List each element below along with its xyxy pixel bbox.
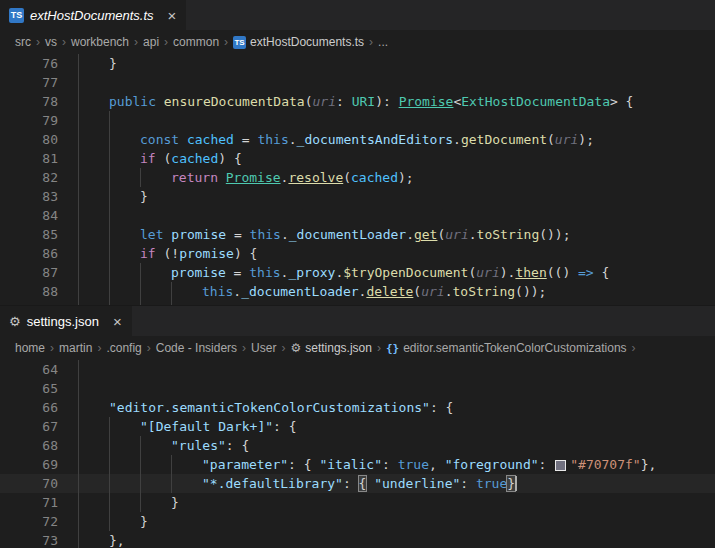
line-number[interactable]: 81 bbox=[0, 149, 66, 168]
code-line[interactable]: 69"parameter": { "italic": true, "foregr… bbox=[0, 455, 715, 474]
line-number[interactable]: 66 bbox=[0, 398, 66, 417]
code-line[interactable]: 65 bbox=[0, 379, 715, 398]
code-token: . bbox=[453, 132, 461, 147]
code-token: Promise bbox=[226, 170, 281, 185]
line-number[interactable]: 70 bbox=[0, 474, 66, 493]
breadcrumb-item[interactable]: martin bbox=[59, 341, 92, 355]
code-line[interactable]: 88this._documentLoader.delete(uri.toStri… bbox=[0, 282, 715, 301]
code-token: return bbox=[202, 303, 257, 305]
breadcrumb-item[interactable]: TSextHostDocuments.ts bbox=[233, 35, 364, 49]
line-number[interactable]: 83 bbox=[0, 187, 66, 206]
line-content bbox=[66, 379, 109, 398]
breadcrumb-item[interactable]: home bbox=[15, 341, 45, 355]
line-number[interactable]: 69 bbox=[0, 455, 66, 474]
line-number[interactable]: 71 bbox=[0, 493, 66, 512]
code-token: (() bbox=[547, 265, 578, 280]
line-content: if (cached) { bbox=[66, 149, 242, 168]
indent-guide bbox=[109, 436, 140, 455]
line-number[interactable]: 89 bbox=[0, 301, 66, 305]
line-number[interactable]: 79 bbox=[0, 111, 66, 130]
indent-guide bbox=[140, 263, 171, 282]
line-number[interactable]: 85 bbox=[0, 225, 66, 244]
code-area-bottom[interactable]: 646566"editor.semanticTokenColorCustomiz… bbox=[0, 360, 715, 548]
breadcrumb-item[interactable]: Code - Insiders bbox=[156, 341, 237, 355]
line-number[interactable]: 87 bbox=[0, 263, 66, 282]
code-token: if bbox=[140, 151, 156, 166]
code-line[interactable]: 66"editor.semanticTokenColorCustomizatio… bbox=[0, 398, 715, 417]
line-number[interactable]: 72 bbox=[0, 512, 66, 531]
code-token: "*.defaultLibrary" bbox=[202, 476, 343, 491]
line-content: this._documentLoader.delete(uri.toString… bbox=[66, 282, 546, 301]
gear-icon: ⚙ bbox=[9, 315, 21, 328]
tab-exthostdocuments[interactable]: TS extHostDocuments.ts × bbox=[0, 0, 187, 30]
code-line[interactable]: 71} bbox=[0, 493, 715, 512]
breadcrumb-item[interactable]: {}editor.semanticTokenColorCustomization… bbox=[386, 341, 627, 355]
code-line[interactable]: 79 bbox=[0, 111, 715, 130]
line-number[interactable]: 88 bbox=[0, 282, 66, 301]
line-content: let promise = this._documentLoader.get(u… bbox=[66, 225, 571, 244]
line-number[interactable]: 84 bbox=[0, 206, 66, 225]
code-line[interactable]: 77 bbox=[0, 73, 715, 92]
line-number[interactable]: 78 bbox=[0, 92, 66, 111]
code-token: return bbox=[171, 170, 226, 185]
code-line[interactable]: 87promise = this._proxy.$tryOpenDocument… bbox=[0, 263, 715, 282]
code-line[interactable]: 84 bbox=[0, 206, 715, 225]
code-line[interactable]: 85let promise = this._documentLoader.get… bbox=[0, 225, 715, 244]
indent-guide bbox=[78, 244, 109, 263]
breadcrumb-item[interactable]: ... bbox=[378, 35, 388, 49]
breadcrumb-label: vs bbox=[45, 35, 57, 49]
line-number[interactable]: 80 bbox=[0, 130, 66, 149]
code-token: . bbox=[289, 132, 297, 147]
code-token: toString bbox=[477, 227, 540, 242]
code-line[interactable]: 81if (cached) { bbox=[0, 149, 715, 168]
code-line[interactable]: 72} bbox=[0, 512, 715, 531]
breadcrumb: home›martin›.config›Code - Insiders›User… bbox=[0, 336, 715, 360]
line-number[interactable]: 67 bbox=[0, 417, 66, 436]
breadcrumb-item[interactable]: common bbox=[173, 35, 219, 49]
code-line[interactable]: 73}, bbox=[0, 531, 715, 548]
code-line[interactable]: 64 bbox=[0, 360, 715, 379]
line-number[interactable]: 77 bbox=[0, 73, 66, 92]
code-line[interactable]: 80const cached = this._documentsAndEdito… bbox=[0, 130, 715, 149]
code-token: cached bbox=[171, 151, 218, 166]
breadcrumb-item[interactable]: workbench bbox=[71, 35, 129, 49]
line-number[interactable]: 86 bbox=[0, 244, 66, 263]
line-number[interactable]: 76 bbox=[0, 54, 66, 73]
code-token: ) { bbox=[218, 151, 241, 166]
code-line[interactable]: 86if (!promise) { bbox=[0, 244, 715, 263]
line-number[interactable]: 73 bbox=[0, 531, 66, 548]
breadcrumb-item[interactable]: ⚙settings.json bbox=[290, 341, 371, 355]
breadcrumb-item[interactable]: vs bbox=[45, 35, 57, 49]
code-line[interactable]: 76} bbox=[0, 54, 715, 73]
breadcrumb-item[interactable]: src bbox=[15, 35, 31, 49]
breadcrumb-item[interactable]: .config bbox=[106, 341, 141, 355]
line-content: "parameter": { "italic": true, "foregrou… bbox=[66, 455, 656, 474]
color-swatch[interactable] bbox=[556, 461, 565, 470]
breadcrumb-item[interactable]: User bbox=[251, 341, 276, 355]
indent-guide bbox=[140, 493, 171, 512]
code-line[interactable]: 70"*.defaultLibrary": { "underline": tru… bbox=[0, 474, 715, 493]
close-icon[interactable]: × bbox=[113, 314, 122, 329]
breadcrumb-separator-icon: › bbox=[134, 35, 138, 49]
line-content: promise = this._proxy.$tryOpenDocument(u… bbox=[66, 263, 609, 282]
indent-guide bbox=[109, 282, 140, 301]
code-token: uri bbox=[476, 265, 499, 280]
close-icon[interactable]: × bbox=[168, 8, 177, 23]
indent-guide bbox=[109, 244, 140, 263]
breadcrumb-item[interactable]: api bbox=[143, 35, 159, 49]
line-number[interactable]: 64 bbox=[0, 360, 66, 379]
tab-settings-json[interactable]: ⚙ settings.json × bbox=[0, 306, 133, 336]
code-line[interactable]: 78public ensureDocumentData(uri: URI): P… bbox=[0, 92, 715, 111]
indent-guide bbox=[78, 282, 109, 301]
code-line[interactable]: 67"[Default Dark+]": { bbox=[0, 417, 715, 436]
code-token: "italic" bbox=[319, 457, 382, 472]
code-token: : { bbox=[226, 438, 249, 453]
code-area-top[interactable]: 76}7778public ensureDocumentData(uri: UR… bbox=[0, 54, 715, 305]
code-line[interactable]: 82return Promise.resolve(cached); bbox=[0, 168, 715, 187]
line-number[interactable]: 68 bbox=[0, 436, 66, 455]
line-number[interactable]: 82 bbox=[0, 168, 66, 187]
line-number[interactable]: 65 bbox=[0, 379, 66, 398]
code-line[interactable]: 83} bbox=[0, 187, 715, 206]
code-token: cached bbox=[187, 132, 234, 147]
code-line[interactable]: 68"rules": { bbox=[0, 436, 715, 455]
